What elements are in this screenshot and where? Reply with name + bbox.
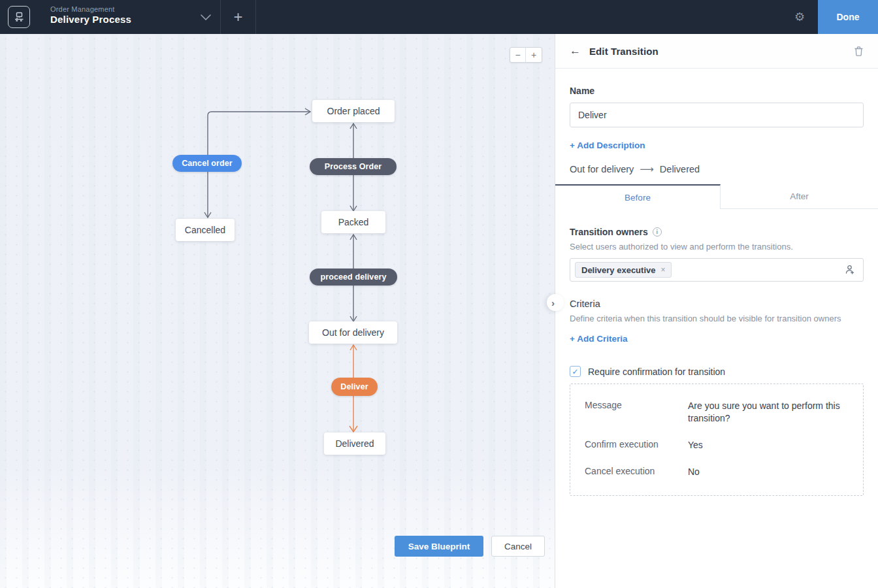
confirmation-row-message: Message Are you sure you want to perform… <box>585 400 849 425</box>
gear-icon[interactable]: ⚙ <box>781 0 818 34</box>
zoom-out-button[interactable]: − <box>510 48 526 62</box>
require-confirmation-checkbox[interactable]: ✓ <box>570 366 581 377</box>
save-blueprint-button[interactable]: Save Blueprint <box>395 536 483 557</box>
breadcrumb: Order Management <box>50 5 191 13</box>
chip-close-icon[interactable]: × <box>660 265 665 274</box>
confirmation-details-box: Message Are you sure you want to perform… <box>570 384 864 496</box>
transition-path: Out for delivery ⟶ Delivered <box>570 163 864 175</box>
criteria-label: Criteria <box>570 299 864 309</box>
chevron-right-icon: › <box>551 297 555 308</box>
transition-name-input[interactable] <box>570 103 864 127</box>
zoom-controls: − + <box>510 47 542 63</box>
owner-chip[interactable]: Delivery executive × <box>575 262 672 278</box>
transition-pill-process-order[interactable]: Process Order <box>310 158 397 175</box>
confirmation-row-cancel: Cancel execution No <box>585 466 849 478</box>
top-bar: Order Management Delivery Process + ⚙ Do… <box>0 0 878 34</box>
confirmation-row-confirm: Confirm execution Yes <box>585 439 849 451</box>
state-node-out-for-delivery[interactable]: Out for delivery <box>309 321 397 344</box>
panel-collapse-handle[interactable]: › <box>547 294 564 311</box>
blueprint-canvas[interactable]: − + Order placed Packed Out for delivery… <box>0 34 555 588</box>
panel-title: Edit Transition <box>589 46 658 57</box>
owner-chip-label: Delivery executive <box>581 265 655 275</box>
state-node-cancelled[interactable]: Cancelled <box>176 219 235 241</box>
add-criteria-link[interactable]: + Add Criteria <box>570 334 627 344</box>
add-user-icon[interactable] <box>843 264 855 276</box>
back-arrow-icon[interactable]: ← <box>570 44 581 57</box>
page-title: Delivery Process <box>50 14 191 25</box>
zoom-in-button[interactable]: + <box>526 48 542 62</box>
criteria-help: Define criteria when this transition sho… <box>570 314 864 323</box>
transition-owners-label: Transition owners i <box>570 227 864 237</box>
title-block: Order Management Delivery Process <box>50 0 191 34</box>
long-arrow-icon: ⟶ <box>640 163 654 175</box>
path-from-state: Out for delivery <box>570 164 634 174</box>
before-after-tabs: Before After <box>555 184 878 209</box>
tab-after[interactable]: After <box>721 184 878 208</box>
process-switcher-chevron-down-icon[interactable] <box>191 0 220 34</box>
check-icon: ✓ <box>572 367 578 376</box>
cancel-button[interactable]: Cancel <box>491 536 545 557</box>
done-button[interactable]: Done <box>818 0 878 34</box>
require-confirmation-row: ✓ Require confirmation for transition <box>570 366 864 377</box>
transition-pill-proceed-delivery[interactable]: proceed delivery <box>310 269 397 286</box>
blueprint-logo-icon <box>8 6 30 28</box>
transition-owners-field[interactable]: Delivery executive × <box>570 258 864 282</box>
path-to-state: Delivered <box>660 164 700 174</box>
add-process-button[interactable]: + <box>221 0 255 34</box>
flow-connectors <box>0 34 555 588</box>
transition-pill-deliver[interactable]: Deliver <box>331 378 378 396</box>
transition-pill-cancel-order[interactable]: Cancel order <box>172 155 242 172</box>
trash-icon[interactable] <box>854 46 864 57</box>
add-description-link[interactable]: + Add Description <box>570 140 645 150</box>
transition-owners-help: Select users authorized to view and perf… <box>570 242 864 252</box>
edit-transition-panel: › ← Edit Transition Name + Add Descripti… <box>555 34 878 588</box>
tab-before[interactable]: Before <box>555 184 721 209</box>
state-node-order-placed[interactable]: Order placed <box>312 100 395 122</box>
require-confirmation-label: Require confirmation for transition <box>588 367 725 377</box>
name-label: Name <box>570 86 864 96</box>
panel-header: ← Edit Transition <box>555 34 878 69</box>
state-node-packed[interactable]: Packed <box>321 211 385 233</box>
state-node-delivered[interactable]: Delivered <box>324 433 385 455</box>
info-icon[interactable]: i <box>653 227 662 237</box>
